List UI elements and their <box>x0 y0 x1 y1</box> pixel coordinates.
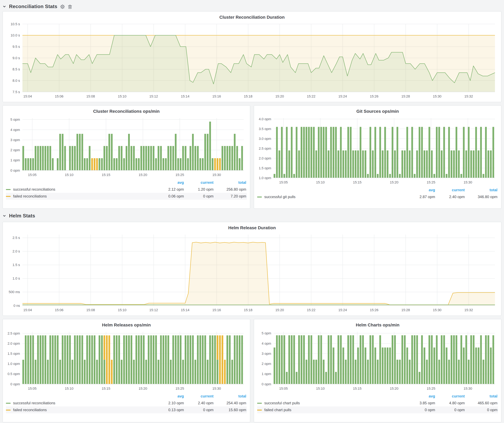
panel-title[interactable]: Git Sources ops/min <box>257 108 499 115</box>
legend-avg-value: 0.06 opm <box>160 194 185 198</box>
svg-text:2.0 s: 2.0 s <box>12 249 20 253</box>
svg-text:15:30: 15:30 <box>464 387 472 390</box>
series-color-dash <box>257 409 262 410</box>
svg-text:15:12: 15:12 <box>149 94 158 98</box>
panel-title[interactable]: Helm Releases ops/min <box>5 322 247 329</box>
legend-row: successful chart pulls 3.85 opm 4.80 opm… <box>257 400 498 406</box>
cluster-reconciliations-ops-chart[interactable]: 0 opm1 opm2 opm3 opm4 opm5 opm15:0515:10… <box>5 115 247 178</box>
legend-series-toggle[interactable]: failed reconciliations <box>6 194 160 198</box>
legend-current-value: 0 opm <box>185 408 214 412</box>
legend-sort-current[interactable]: current <box>185 180 214 185</box>
legend-sort-avg[interactable]: avg <box>411 188 436 192</box>
svg-text:15:20: 15:20 <box>138 387 147 390</box>
legend-avg-value: 3.85 opm <box>411 401 436 405</box>
trash-icon[interactable] <box>68 4 72 9</box>
svg-text:2 opm: 2 opm <box>11 148 20 152</box>
svg-text:15:16: 15:16 <box>212 308 221 312</box>
section-header-helm-stats[interactable]: Helm Stats <box>2 211 502 221</box>
legend-sort-current[interactable]: current <box>436 394 465 398</box>
section-title[interactable]: Reconciliation Stats <box>9 4 57 9</box>
svg-text:7.5 s: 7.5 s <box>12 90 20 94</box>
panel-title[interactable]: Helm Release Duration <box>5 225 499 231</box>
legend-series-toggle[interactable]: successful reconciliations <box>6 401 160 405</box>
legend-current-value: 0 opm <box>436 408 465 412</box>
svg-text:15:25: 15:25 <box>175 173 184 177</box>
svg-text:4 opm: 4 opm <box>262 341 271 346</box>
legend-sort-total[interactable]: total <box>465 394 498 398</box>
legend-avg-value: 0.13 opm <box>160 408 185 412</box>
svg-text:15:15: 15:15 <box>102 173 110 177</box>
legend-series-toggle[interactable]: successful git pulls <box>257 195 411 199</box>
legend-series-toggle[interactable]: successful reconciliations <box>6 187 160 192</box>
legend-sort-total[interactable]: total <box>214 394 247 398</box>
svg-text:15:08: 15:08 <box>86 308 95 312</box>
legend-sort-current[interactable]: current <box>436 188 465 192</box>
legend-sort-total[interactable]: total <box>465 188 498 192</box>
svg-text:2.5 s: 2.5 s <box>12 236 20 240</box>
panel-title[interactable]: Helm Charts ops/min <box>257 322 499 329</box>
svg-text:15:10: 15:10 <box>316 387 325 390</box>
legend-current-value: 4.80 opm <box>436 401 465 405</box>
svg-text:15:20: 15:20 <box>275 308 284 312</box>
legend-total-value: 7.20 opm <box>214 194 247 198</box>
svg-text:15:25: 15:25 <box>427 180 435 184</box>
legend-sort-total[interactable]: total <box>214 180 247 185</box>
legend-sort-avg[interactable]: avg <box>160 180 185 185</box>
git-sources-ops-chart[interactable]: 1.0 opm1.5 opm2.0 opm2.5 opm3.0 opm3.5 o… <box>257 115 499 185</box>
svg-text:15:04: 15:04 <box>23 94 32 98</box>
panel-title[interactable]: Cluster Reconciliation Duration <box>5 14 499 21</box>
helm-releases-ops-chart[interactable]: 0 opm0.5 opm1.0 opm1.5 opm2.0 opm2.5 opm… <box>5 329 247 392</box>
svg-text:15:15: 15:15 <box>353 387 361 390</box>
svg-text:15:30: 15:30 <box>433 94 442 98</box>
legend-sort-current[interactable]: current <box>185 394 214 398</box>
section-header-reconciliation-stats[interactable]: Reconciliation Stats <box>2 2 502 11</box>
panel-title[interactable]: Cluster Reconciliations ops/min <box>5 108 247 115</box>
legend-current-value: 2.40 opm <box>185 401 214 405</box>
legend-series-toggle[interactable]: failed reconciliations <box>6 408 160 412</box>
legend-current-value: 2.40 opm <box>436 195 465 199</box>
svg-text:2.0 opm: 2.0 opm <box>8 341 20 346</box>
svg-text:3 opm: 3 opm <box>262 352 271 356</box>
svg-text:15:16: 15:16 <box>212 94 221 98</box>
svg-text:15:10: 15:10 <box>118 308 126 312</box>
legend-sort-avg[interactable]: avg <box>160 394 185 398</box>
svg-text:1.5 opm: 1.5 opm <box>8 352 20 356</box>
legend-total-value: 256.80 opm <box>214 187 247 192</box>
cluster-reconciliation-duration-chart[interactable]: 7.5 s8.0 s8.5 s9.0 s9.5 s10.0 s10.5 s15:… <box>5 21 499 99</box>
svg-text:15:26: 15:26 <box>370 308 378 312</box>
legend-series-toggle[interactable]: failed chart pulls <box>257 408 411 412</box>
chevron-down-icon <box>2 214 6 218</box>
svg-text:1.0 opm: 1.0 opm <box>259 176 271 180</box>
legend-series-toggle[interactable]: successful chart pulls <box>257 401 411 405</box>
legend-series-label: successful reconciliations <box>13 187 55 192</box>
svg-text:0 opm: 0 opm <box>11 169 20 172</box>
svg-text:15:22: 15:22 <box>307 308 315 312</box>
legend-row: failed chart pulls 0 opm 0 opm 0 opm <box>257 406 498 413</box>
svg-text:3.0 opm: 3.0 opm <box>259 137 271 141</box>
legend-series-label: failed reconciliations <box>13 194 47 198</box>
section-title[interactable]: Helm Stats <box>9 213 35 219</box>
helm-release-duration-chart[interactable]: 0 ns500 ms1.0 s1.5 s2.0 s2.5 s15:0415:06… <box>5 231 499 313</box>
svg-text:3 opm: 3 opm <box>11 138 20 142</box>
svg-text:0 ns: 0 ns <box>13 304 20 308</box>
svg-text:15:05: 15:05 <box>279 387 288 390</box>
legend-sort-avg[interactable]: avg <box>411 394 436 398</box>
legend-header-row: avg current total <box>6 393 247 400</box>
svg-text:15:20: 15:20 <box>390 180 398 184</box>
svg-text:15:08: 15:08 <box>86 94 95 98</box>
helm-charts-ops-chart[interactable]: 0 opm1 opm2 opm3 opm4 opm5 opm15:0515:10… <box>257 329 499 392</box>
legend-header-row: avg current total <box>6 179 247 186</box>
svg-text:15:12: 15:12 <box>149 308 158 312</box>
legend-avg-value: 0 opm <box>411 408 436 412</box>
svg-text:15:30: 15:30 <box>433 308 442 312</box>
svg-text:9.5 s: 9.5 s <box>12 45 20 49</box>
panel-cluster-reconciliation-duration: Cluster Reconciliation Duration 7.5 s8.0… <box>2 11 502 102</box>
svg-text:0.5 opm: 0.5 opm <box>8 372 20 376</box>
svg-text:1.5 opm: 1.5 opm <box>259 166 271 170</box>
legend-total-value: 0 opm <box>465 408 498 412</box>
gear-icon[interactable] <box>60 4 65 9</box>
svg-text:15:24: 15:24 <box>338 94 347 98</box>
chevron-down-icon <box>2 5 6 8</box>
series-color-dash <box>6 403 11 404</box>
svg-text:15:20: 15:20 <box>275 94 284 98</box>
